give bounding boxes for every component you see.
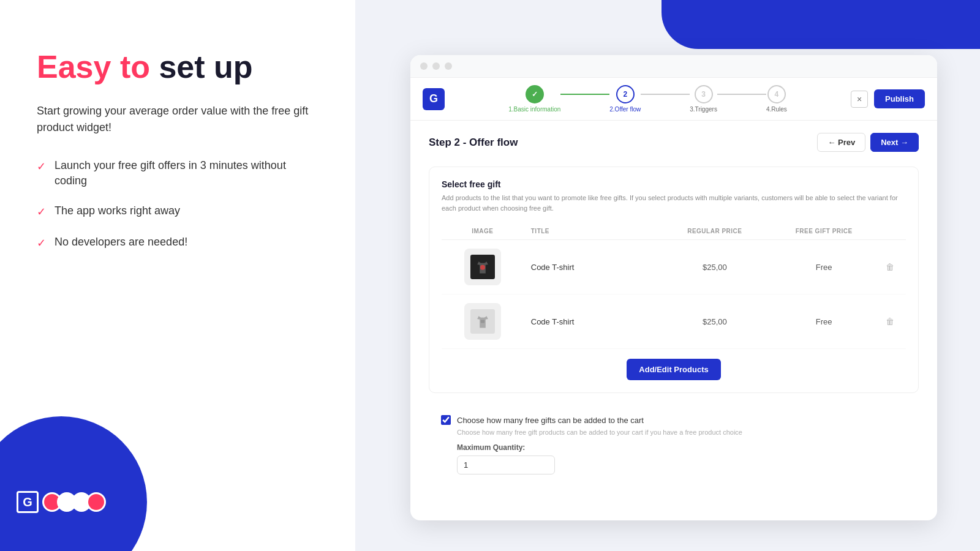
select-free-gift-section: Select free gift Add products to the lis… [429,167,919,393]
app-window: G ✓ 1.Basic information 2 2.Offer flow 3… [410,55,937,520]
app-content: Step 2 - Offer flow ← Prev Next → Select… [410,121,937,519]
check-icon-2: ✓ [37,204,46,220]
table-row: Code T-shirt $25,00 Free 🗑 [442,240,906,294]
checkbox-row: Choose how many free gifts can be added … [441,415,907,425]
product-title-1: Code T-shirt [524,240,660,294]
heading-to: to [111,49,159,84]
quantity-checkbox-label: Choose how many free gifts can be added … [457,416,644,425]
product-price-1: $25,00 [660,240,769,294]
app-logo: G [423,88,445,110]
window-titlebar [410,55,937,78]
titlebar-dot-3 [445,62,452,70]
step-line-3 [717,94,766,95]
col-image: IMAGE [442,223,524,240]
titlebar-dot-2 [432,62,440,70]
main-heading: Easy to set up [37,49,318,86]
step-4-label: 4.Rules [766,106,787,113]
logo-dot-4 [86,492,106,512]
right-panel: G ✓ 1.Basic information 2 2.Offer flow 3… [355,0,980,551]
step-2-circle: 2 [616,85,635,103]
step-2: 2 2.Offer flow [609,85,641,113]
step-4-circle: 4 [767,85,786,103]
feature-list: ✓ Launch your free gift offers in 3 minu… [37,158,318,266]
logo: G [17,491,106,513]
add-edit-products-button[interactable]: Add/Edit Products [627,359,720,380]
prev-button[interactable]: ← Prev [817,133,865,152]
check-icon-3: ✓ [37,236,46,251]
delete-icon-2[interactable]: 🗑 [886,317,894,326]
logo-g-box: G [17,491,39,513]
logo-circle: G [0,416,147,551]
next-button[interactable]: Next → [870,133,919,152]
max-quantity-label: Maximum Quantity: [441,443,907,452]
product-price-2: $25,00 [660,294,769,349]
step-1-label: 1.Basic information [508,106,560,113]
step-1-circle: ✓ [526,85,544,103]
section-title: Select free gift [442,179,906,189]
product-image-cell-2 [442,294,524,349]
col-actions [878,223,906,240]
product-gift-price-1: Free [769,240,878,294]
product-image-1 [464,249,501,285]
close-button[interactable]: × [851,91,868,108]
product-delete-2[interactable]: 🗑 [878,294,906,349]
delete-icon-1[interactable]: 🗑 [886,262,894,272]
product-image-2 [464,303,501,340]
step-3-label: 3.Triggers [690,106,717,113]
heading-easy: Easy [37,49,111,84]
step-title: Step 2 - Offer flow [429,137,518,149]
logo-circles [40,492,106,512]
feature-text-1: Launch your free gift offers in 3 minute… [55,158,318,189]
heading-setup: set up [159,49,252,84]
nav-buttons: ← Prev Next → [817,133,919,152]
app-header: G ✓ 1.Basic information 2 2.Offer flow 3… [410,78,937,121]
check-icon-1: ✓ [37,159,46,174]
svg-point-1 [480,265,485,270]
step-3-circle: 3 [695,85,713,103]
section-desc: Add products to the list that you want t… [442,193,906,213]
list-item: ✓ No developers are needed! [37,234,318,251]
col-gift-price: FREE GIFT PRICE [769,223,878,240]
feature-text-3: No developers are needed! [55,234,187,250]
product-title-2: Code T-shirt [524,294,660,349]
blue-decoration [662,0,980,49]
product-delete-1[interactable]: 🗑 [878,240,906,294]
subtitle: Start growing your average order value w… [37,103,318,136]
product-image-cell-1 [442,240,524,294]
step-line-1 [560,94,609,95]
col-title: TITLE [524,223,660,240]
step-3: 3 3.Triggers [690,85,717,113]
header-actions: × Publish [851,89,925,108]
list-item: ✓ The app works right away [37,203,318,220]
stepper: ✓ 1.Basic information 2 2.Offer flow 3 3… [457,85,839,113]
publish-button[interactable]: Publish [874,89,925,108]
quantity-checkbox-desc: Choose how many free gift products can b… [441,429,907,436]
step-4: 4 4.Rules [766,85,787,113]
left-panel: Easy to set up Start growing your averag… [0,0,355,551]
table-row: Code T-shirt $25,00 Free 🗑 [442,294,906,349]
step-2-label: 2.Offer flow [609,106,641,113]
product-gift-price-2: Free [769,294,878,349]
step-1: ✓ 1.Basic information [508,85,560,113]
step-line-2 [641,94,690,95]
titlebar-dot-1 [420,62,428,70]
list-item: ✓ Launch your free gift offers in 3 minu… [37,158,318,189]
step-header: Step 2 - Offer flow ← Prev Next → [429,133,919,152]
quantity-checkbox[interactable] [441,415,451,425]
product-table: IMAGE TITLE REGULAR PRICE FREE GIFT PRIC… [442,223,906,349]
max-quantity-input[interactable] [457,455,555,474]
feature-text-2: The app works right away [55,203,180,219]
svg-rect-3 [481,320,484,323]
quantity-section: Choose how many free gifts can be added … [429,405,919,484]
col-price: REGULAR PRICE [660,223,769,240]
